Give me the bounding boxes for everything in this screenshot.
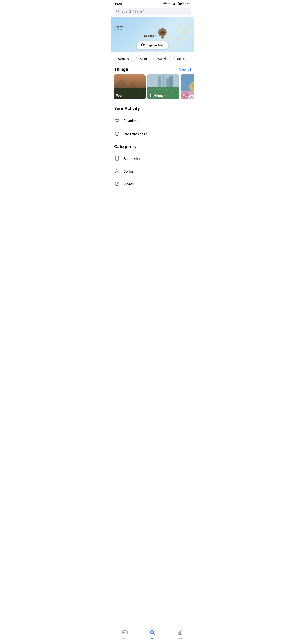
dnd-icon — [163, 2, 167, 5]
fog-label: Fog — [116, 94, 122, 97]
svg-rect-5 — [176, 2, 176, 5]
things-view-all[interactable]: View all — [179, 68, 191, 72]
explore-map-button[interactable]: 🗺 Explore Map — [136, 41, 168, 49]
svg-rect-4 — [175, 2, 176, 5]
status-time: 14:08 — [114, 2, 123, 5]
map-pin-triangle — [161, 37, 164, 39]
location-chips: Ballouneh Beirut Mar Mitr Spain — [111, 52, 194, 65]
map-label-paphos: PaphosΠάφος — [116, 26, 123, 31]
things-section-header: Things View all — [111, 65, 194, 74]
recently-added-item[interactable]: Recently Added — [111, 128, 194, 141]
things-title: Things — [114, 67, 128, 72]
wifi-icon — [168, 2, 172, 5]
star-icon — [114, 118, 120, 124]
search-bar-area: Search "Safari" — [111, 6, 194, 17]
svg-rect-8 — [178, 2, 182, 5]
chip-mar-mitr[interactable]: Mar Mitr — [153, 55, 171, 62]
status-icons: 59% — [163, 2, 190, 5]
thing-card-flowers[interactable]: Flowers — [181, 74, 194, 99]
svg-rect-22 — [166, 78, 168, 87]
svg-rect-2 — [173, 4, 174, 5]
map-icon: 🗺 — [141, 43, 145, 48]
chip-ballouneh[interactable]: Ballouneh — [114, 55, 134, 62]
bottom-spacer — [111, 190, 194, 210]
categories-section: Categories Screenshots Selfies V — [111, 141, 194, 190]
person-icon — [114, 169, 120, 174]
chip-spain[interactable]: Spain — [174, 55, 188, 62]
svg-line-12 — [175, 24, 194, 45]
signal-icon — [173, 2, 177, 5]
map-roads-svg — [175, 24, 194, 45]
map-pin-food-icon — [158, 28, 167, 37]
status-bar: 14:08 59% — [111, 0, 194, 6]
your-activity-title: Your Activity — [111, 104, 194, 114]
screenshots-label: Screenshots — [124, 157, 142, 161]
thing-card-stadiums[interactable]: Stadiums — [147, 74, 179, 99]
svg-rect-23 — [169, 76, 174, 87]
battery-icon — [178, 2, 184, 5]
recently-added-label: Recently Added — [124, 132, 147, 136]
videos-item[interactable]: Videos — [111, 178, 194, 190]
map-pin-image — [158, 28, 167, 37]
things-section: Things View all Fog — [111, 65, 194, 104]
explore-map-label: Explore Map — [146, 44, 164, 47]
search-icon — [116, 10, 120, 14]
videos-label: Videos — [124, 182, 134, 186]
svg-point-16 — [162, 32, 164, 33]
search-placeholder: Search "Safari" — [121, 10, 144, 14]
svg-marker-48 — [117, 183, 118, 184]
favorites-item[interactable]: Favorites — [111, 114, 194, 128]
categories-title: Categories — [111, 144, 194, 152]
svg-rect-21 — [162, 76, 166, 87]
selfies-label: Selfies — [124, 170, 134, 174]
stadiums-label: Stadiums — [149, 94, 164, 97]
flowers-label: Flowers — [183, 94, 194, 97]
svg-point-15 — [160, 31, 163, 33]
play-icon — [114, 181, 120, 187]
things-cards: Fog Stadiums — [111, 74, 194, 104]
phone-icon — [114, 156, 120, 162]
clock-icon — [114, 131, 120, 138]
thing-card-fog[interactable]: Fog — [114, 74, 146, 99]
map-pin — [158, 28, 167, 39]
svg-line-10 — [118, 12, 120, 13]
favorites-label: Favorites — [124, 119, 138, 123]
battery-text: 59% — [185, 2, 190, 5]
selfies-item[interactable]: Selfies — [111, 165, 194, 178]
chip-beirut[interactable]: Beirut — [136, 55, 151, 62]
svg-rect-7 — [183, 3, 184, 4]
svg-rect-3 — [174, 3, 174, 5]
search-bar[interactable]: Search "Safari" — [114, 8, 191, 16]
map-section: PaphosΠάφος Lebanon Damascus 🗺 Explore M… — [111, 17, 194, 52]
svg-point-46 — [116, 169, 118, 171]
svg-rect-18 — [114, 74, 146, 88]
your-activity-section: Your Activity Favorites Recently Added — [111, 104, 194, 141]
svg-line-42 — [117, 134, 118, 134]
screenshots-item[interactable]: Screenshots — [111, 152, 194, 165]
svg-rect-20 — [158, 76, 161, 87]
map-label-lebanon: Lebanon — [144, 34, 156, 38]
svg-line-11 — [179, 24, 194, 45]
